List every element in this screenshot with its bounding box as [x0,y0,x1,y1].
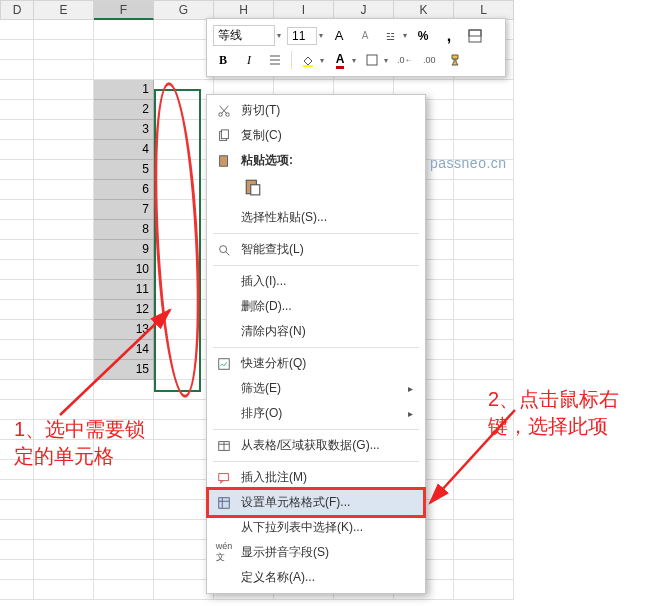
cell[interactable] [0,580,34,600]
cell[interactable] [154,200,214,220]
cell[interactable] [0,320,34,340]
cell[interactable]: 8 [94,220,154,240]
cell[interactable] [154,460,214,480]
cell[interactable] [34,100,94,120]
cell[interactable] [0,20,34,40]
cell[interactable] [34,220,94,240]
cell[interactable]: 2 [94,100,154,120]
cell[interactable] [154,500,214,520]
cell[interactable] [34,240,94,260]
menu-clear[interactable]: 清除内容(N) [209,319,423,344]
menu-paste-special[interactable]: 选择性粘贴(S)... [209,205,423,230]
mini-toolbar[interactable]: 等线▾ 11▾ A A ☳▾ % , B I ▾ A▾ ▾ .0← .00→ [206,18,506,77]
cell[interactable] [94,460,154,480]
menu-delete[interactable]: 删除(D)... [209,294,423,319]
column-header[interactable]: H [214,0,274,20]
menu-filter[interactable]: 筛选(E)▸ [209,376,423,401]
cell[interactable] [34,140,94,160]
cell[interactable] [34,380,94,400]
cell[interactable] [34,520,94,540]
cell[interactable] [154,560,214,580]
cell[interactable] [0,340,34,360]
cell[interactable] [154,440,214,460]
cell[interactable] [94,520,154,540]
cell[interactable] [0,300,34,320]
cell[interactable] [34,460,94,480]
percent-button[interactable]: % [413,26,433,46]
cell[interactable] [454,100,514,120]
cell[interactable] [154,340,214,360]
cell[interactable] [154,80,214,100]
cell[interactable] [154,280,214,300]
italic-button[interactable]: I [239,50,259,70]
cell[interactable]: 15 [94,360,154,380]
cell[interactable] [94,400,154,420]
cell[interactable] [454,580,514,600]
menu-insert[interactable]: 插入(I)... [209,269,423,294]
cell[interactable]: 12 [94,300,154,320]
column-header[interactable]: I [274,0,334,20]
cell[interactable] [154,220,214,240]
cell[interactable] [154,580,214,600]
cell[interactable] [94,480,154,500]
cell[interactable] [0,240,34,260]
fill-color-button[interactable] [298,50,318,70]
column-header[interactable]: K [394,0,454,20]
cell[interactable] [34,160,94,180]
cell[interactable] [154,420,214,440]
cell[interactable] [454,400,514,420]
borders-button[interactable] [465,26,485,46]
cell[interactable] [0,220,34,240]
column-header[interactable]: D [0,0,34,20]
cell[interactable] [34,20,94,40]
cell[interactable] [0,100,34,120]
menu-sort[interactable]: 排序(O)▸ [209,401,423,426]
cell[interactable] [94,500,154,520]
cell[interactable]: 9 [94,240,154,260]
cell[interactable] [454,500,514,520]
decimal-dec-button[interactable]: .00→ [420,50,440,70]
menu-format-cells[interactable]: 设置单元格格式(F)... [209,490,423,515]
menu-copy[interactable]: 复制(C) [209,123,423,148]
cell[interactable]: 11 [94,280,154,300]
cell[interactable] [34,40,94,60]
cell[interactable] [94,440,154,460]
cell[interactable] [154,120,214,140]
cell[interactable] [154,180,214,200]
cell[interactable] [34,540,94,560]
cell[interactable] [454,440,514,460]
cell[interactable] [454,80,514,100]
comma-button[interactable]: , [439,26,459,46]
cell[interactable]: 7 [94,200,154,220]
cell[interactable] [454,120,514,140]
cell[interactable] [154,300,214,320]
cell[interactable] [94,40,154,60]
font-size-picker[interactable]: 11 [287,27,317,45]
cell[interactable]: 6 [94,180,154,200]
cell[interactable] [34,80,94,100]
cell[interactable]: 14 [94,340,154,360]
font-color-button[interactable]: A [330,50,350,70]
menu-define-name[interactable]: 定义名称(A)... [209,565,423,590]
cell[interactable] [154,100,214,120]
cell[interactable] [154,320,214,340]
cell[interactable] [154,20,214,40]
cell[interactable] [34,480,94,500]
cell[interactable] [454,420,514,440]
cell[interactable] [34,440,94,460]
cell[interactable]: 1 [94,80,154,100]
paste-option-button[interactable] [239,175,267,199]
increase-font-button[interactable]: A [329,26,349,46]
cell[interactable] [154,380,214,400]
cell[interactable] [34,560,94,580]
decimal-inc-button[interactable]: .0← [394,50,414,70]
cell[interactable] [0,200,34,220]
cell[interactable] [454,260,514,280]
menu-get-data-table[interactable]: 从表格/区域获取数据(G)... [209,433,423,458]
font-picker[interactable]: 等线 [213,25,275,46]
cell[interactable] [34,180,94,200]
cell[interactable] [154,360,214,380]
cell[interactable] [454,280,514,300]
cell[interactable] [0,380,34,400]
decrease-font-button[interactable]: A [355,26,375,46]
